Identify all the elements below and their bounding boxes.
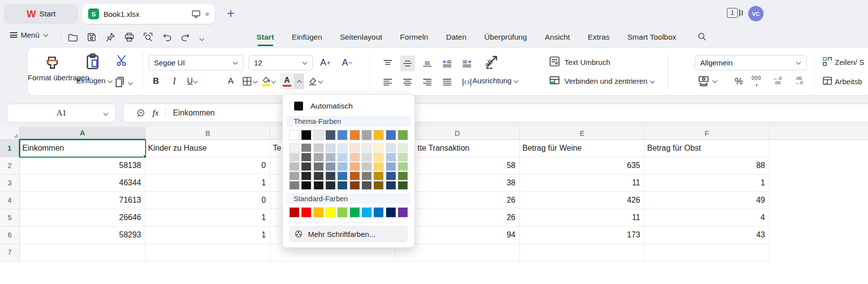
merge-center-icon[interactable] <box>549 74 561 86</box>
cell-B5[interactable]: 1 <box>146 209 270 227</box>
standard-color-swatch[interactable] <box>289 207 300 218</box>
start-home-tab[interactable]: W Start <box>4 4 78 24</box>
copy-button[interactable] <box>113 75 133 90</box>
shrink-font-button[interactable]: A− <box>340 55 355 70</box>
ribbon-tab-extras[interactable]: Extras <box>588 27 610 47</box>
column-header-B[interactable]: B <box>146 127 270 140</box>
pin-icon[interactable] <box>105 32 116 43</box>
theme-variant-swatch[interactable] <box>361 162 372 171</box>
print-preview-icon[interactable] <box>143 32 153 43</box>
theme-variant-swatch[interactable] <box>313 153 324 162</box>
format-painter-icon[interactable] <box>43 53 61 71</box>
underline-button[interactable]: U <box>185 73 200 89</box>
theme-variant-swatch[interactable] <box>301 153 311 162</box>
increase-decimal-button[interactable]: .00 →.0 <box>794 76 803 85</box>
insert-function-icon[interactable]: fx <box>153 108 158 118</box>
rows-columns-label[interactable]: Zeilen/ S <box>835 58 864 66</box>
theme-variant-swatch[interactable] <box>313 171 324 180</box>
theme-variant-swatch[interactable] <box>301 181 311 190</box>
theme-variant-swatch[interactable] <box>325 181 336 190</box>
cell-E5[interactable]: 11 <box>520 209 645 227</box>
more-font-colors-button[interactable]: Mehr Schriftfarben... <box>289 226 408 242</box>
cell-A6[interactable]: 58293 <box>20 227 146 244</box>
cell-A3[interactable]: 46344 <box>20 174 146 192</box>
formula-content[interactable]: Einkommen <box>173 109 214 117</box>
standard-color-swatch[interactable] <box>337 207 348 218</box>
cell-F2[interactable]: 88 <box>645 157 769 174</box>
cell-E7[interactable] <box>520 244 645 261</box>
worksheet-label[interactable]: Arbeitsb <box>835 77 862 86</box>
theme-variant-swatch[interactable] <box>398 181 408 190</box>
row-header-6[interactable]: 6 <box>0 227 20 244</box>
theme-variant-swatch[interactable] <box>313 181 324 190</box>
theme-variant-swatch[interactable] <box>361 143 372 152</box>
cell-A7[interactable] <box>20 244 146 261</box>
worksheet-icon[interactable] <box>822 75 833 86</box>
theme-variant-swatch[interactable] <box>350 171 360 180</box>
theme-variant-swatch[interactable] <box>386 171 396 180</box>
row-header-4[interactable]: 4 <box>0 192 20 209</box>
align-left-button[interactable] <box>380 74 395 90</box>
orientation-label[interactable]: Ausrichtung <box>472 76 519 85</box>
ribbon-tab-überprüfung[interactable]: Überprüfung <box>484 27 527 47</box>
grow-font-button[interactable]: A+ <box>318 55 333 70</box>
theme-variant-swatch[interactable] <box>373 143 384 152</box>
new-tab-button[interactable]: + <box>227 5 235 22</box>
percent-style-button[interactable]: % <box>735 76 743 87</box>
standard-color-swatch[interactable] <box>386 207 396 218</box>
row-header-1[interactable]: 1 <box>0 140 20 157</box>
font-color-split-button[interactable]: A <box>280 73 304 89</box>
formula-bar[interactable]: fx Einkommen <box>123 104 868 122</box>
theme-color-swatch[interactable] <box>398 130 408 140</box>
open-folder-icon[interactable] <box>67 32 78 43</box>
theme-variant-swatch[interactable] <box>386 181 396 190</box>
fill-color-button[interactable] <box>261 73 276 89</box>
search-icon[interactable] <box>697 32 707 42</box>
number-format-combobox[interactable]: Allgemein <box>695 55 807 70</box>
name-box[interactable]: A1 <box>7 104 116 122</box>
theme-color-swatch[interactable] <box>301 130 311 140</box>
strikethrough-button[interactable]: A <box>223 73 238 89</box>
theme-variant-swatch[interactable] <box>301 162 311 171</box>
wrap-text-icon[interactable] <box>549 56 561 67</box>
align-middle-button[interactable] <box>400 56 415 71</box>
standard-color-swatch[interactable] <box>313 207 324 218</box>
select-all-corner[interactable] <box>0 127 20 140</box>
standard-color-swatch[interactable] <box>373 207 384 218</box>
theme-variant-swatch[interactable] <box>373 171 384 180</box>
theme-variant-swatch[interactable] <box>325 143 336 152</box>
theme-variant-swatch[interactable] <box>337 171 348 180</box>
theme-variant-swatch[interactable] <box>337 143 348 152</box>
ribbon-tab-start[interactable]: Start <box>256 27 274 47</box>
theme-variant-swatch[interactable] <box>325 162 336 171</box>
orientation-icon[interactable]: ab <box>484 54 501 70</box>
theme-variant-swatch[interactable] <box>373 181 384 190</box>
theme-color-swatch[interactable] <box>350 130 360 140</box>
theme-variant-swatch[interactable] <box>350 143 360 152</box>
ribbon-tab-smart-toolbox[interactable]: Smart Toolbox <box>627 27 676 47</box>
theme-color-swatch[interactable] <box>386 130 396 140</box>
font-name-combobox[interactable]: Segoe UI <box>149 55 244 70</box>
merge-center-label[interactable]: Verbinden und zentrieren <box>564 77 655 85</box>
align-bottom-button[interactable] <box>420 56 435 71</box>
theme-variant-swatch[interactable] <box>386 162 396 171</box>
cell-E4[interactable]: 426 <box>520 192 645 209</box>
undo-icon[interactable] <box>161 32 172 43</box>
theme-color-swatch[interactable] <box>337 130 348 140</box>
redo-icon[interactable] <box>180 32 191 43</box>
main-menu-button[interactable]: Menü <box>10 31 49 39</box>
avatar[interactable]: VC <box>748 6 764 21</box>
theme-variant-swatch[interactable] <box>361 181 372 190</box>
align-center-button[interactable] <box>400 74 415 90</box>
clear-format-button[interactable] <box>307 73 323 89</box>
cell-F1[interactable]: Betrag für Obst <box>645 140 769 157</box>
theme-variant-swatch[interactable] <box>361 171 372 180</box>
cell-B3[interactable]: 1 <box>146 174 270 192</box>
automatic-color-item[interactable]: Automatisch <box>289 100 408 113</box>
ribbon-tab-ansicht[interactable]: Ansicht <box>545 27 570 47</box>
print-icon[interactable] <box>124 32 135 43</box>
theme-variant-swatch[interactable] <box>398 171 408 180</box>
currency-button[interactable] <box>697 74 717 87</box>
column-header-E[interactable]: E <box>520 127 645 140</box>
decrease-indent-button[interactable] <box>440 56 455 71</box>
